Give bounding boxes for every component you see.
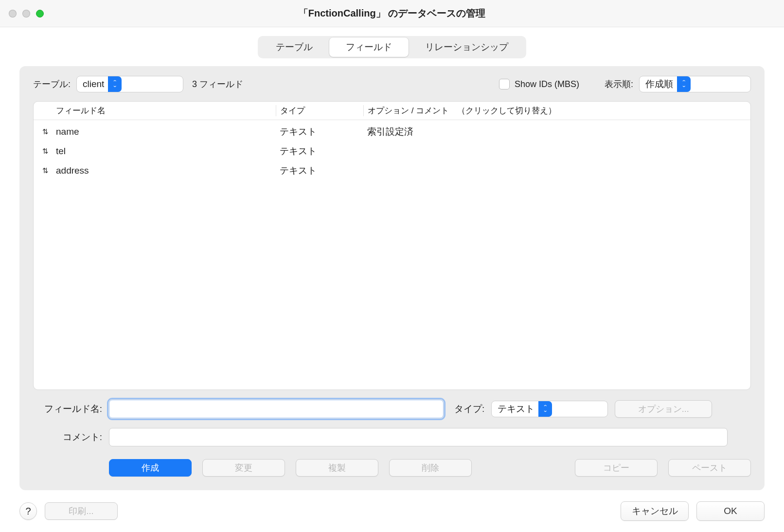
help-button[interactable]: ? (19, 502, 37, 520)
cell-name: name (52, 126, 276, 137)
drag-handle-icon[interactable]: ⇅ (38, 147, 52, 156)
fieldname-label: フィールド名: (33, 403, 102, 415)
tab-fields[interactable]: フィールド (329, 37, 409, 57)
table-select[interactable]: client (76, 76, 183, 92)
sort-select-value: 作成順 (645, 78, 673, 90)
minimize-window-icon[interactable] (22, 10, 30, 18)
titlebar: 「FnctionCalling」 のデータベースの管理 (0, 0, 784, 27)
show-ids-label: Show IDs (MBS) (515, 79, 579, 89)
type-select-value: テキスト (498, 403, 535, 415)
comment-label: コメント: (33, 431, 102, 443)
chevron-updown-icon (677, 76, 691, 92)
field-count: 3 フィールド (192, 78, 243, 90)
copy-button[interactable]: コピー (575, 459, 658, 477)
field-list-header: フィールド名 タイプ オプション / コメント （クリックして切り替え） (34, 102, 750, 120)
change-button[interactable]: 変更 (202, 459, 285, 477)
type-label: タイプ: (454, 403, 484, 415)
drag-handle-icon[interactable]: ⇅ (38, 127, 52, 136)
chevron-updown-icon (108, 76, 122, 92)
drag-handle-icon[interactable]: ⇅ (38, 166, 52, 175)
tab-segment: テーブル フィールド リレーションシップ (258, 36, 526, 58)
tab-tables[interactable]: テーブル (259, 37, 329, 57)
duplicate-button[interactable]: 複製 (296, 459, 378, 477)
cell-options: 索引設定済 (363, 125, 746, 138)
col-header-options[interactable]: オプション / コメント （クリックして切り替え） (363, 105, 746, 116)
cell-type: テキスト (276, 125, 363, 138)
field-list-body: ⇅ name テキスト 索引設定済 ⇅ tel テキスト ⇅ address テ… (34, 120, 750, 182)
footer: ? 印刷... キャンセル OK (0, 498, 784, 532)
table-row[interactable]: ⇅ address テキスト (34, 161, 750, 180)
sort-label: 表示順: (605, 78, 633, 90)
close-window-icon[interactable] (9, 10, 17, 18)
paste-button[interactable]: ペースト (668, 459, 751, 477)
col-header-type[interactable]: タイプ (276, 105, 363, 116)
zoom-window-icon[interactable] (36, 10, 44, 18)
cell-name: address (52, 165, 276, 176)
table-label: テーブル: (33, 78, 71, 90)
table-toolbar: テーブル: client 3 フィールド Show IDs (MBS) 表示順:… (33, 76, 751, 92)
field-list: フィールド名 タイプ オプション / コメント （クリックして切り替え） ⇅ n… (33, 101, 751, 390)
window-title: 「FnctionCalling」 のデータベースの管理 (299, 7, 485, 20)
action-row: 作成 変更 複製 削除 コピー ペースト (33, 459, 751, 477)
sort-select[interactable]: 作成順 (639, 76, 751, 92)
print-button[interactable]: 印刷... (45, 502, 118, 520)
window-controls (9, 10, 44, 18)
cell-type: テキスト (276, 145, 363, 158)
table-row[interactable]: ⇅ name テキスト 索引設定済 (34, 122, 750, 142)
show-ids-checkbox[interactable] (499, 79, 510, 89)
type-select[interactable]: テキスト (491, 401, 608, 417)
comment-row: コメント: (33, 428, 751, 446)
cell-name: tel (52, 146, 276, 157)
chevron-updown-icon (538, 401, 552, 417)
options-button[interactable]: オプション... (615, 400, 712, 418)
fieldname-row: フィールド名: タイプ: テキスト オプション... (33, 400, 751, 418)
cancel-button[interactable]: キャンセル (621, 501, 689, 521)
cell-type: テキスト (276, 164, 363, 177)
ok-button[interactable]: OK (696, 501, 765, 521)
delete-button[interactable]: 削除 (389, 459, 472, 477)
create-button[interactable]: 作成 (109, 459, 192, 477)
table-select-value: client (83, 79, 104, 89)
tab-strip: テーブル フィールド リレーションシップ (0, 36, 784, 58)
fieldname-input[interactable] (109, 400, 444, 418)
col-header-name[interactable]: フィールド名 (52, 105, 276, 116)
tab-relationships[interactable]: リレーションシップ (409, 37, 525, 57)
table-row[interactable]: ⇅ tel テキスト (34, 142, 750, 161)
comment-input[interactable] (109, 428, 728, 446)
content-area: テーブル: client 3 フィールド Show IDs (MBS) 表示順:… (19, 66, 765, 490)
